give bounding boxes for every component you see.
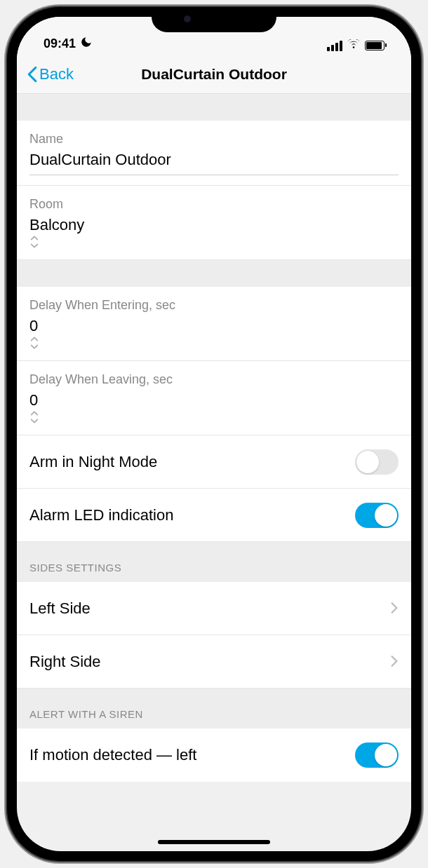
sides-section-header: SIDES SETTINGS xyxy=(17,542,411,582)
stepper-icon xyxy=(29,409,399,425)
alarm-led-toggle[interactable] xyxy=(355,503,399,528)
screen: 09:41 xyxy=(17,17,411,851)
room-picker[interactable]: Room Balcony xyxy=(17,186,411,260)
delay-entering-label: Delay When Entering, sec xyxy=(29,298,399,313)
page-title: DualCurtain Outdoor xyxy=(141,66,287,83)
name-value: DualCurtain Outdoor xyxy=(29,151,399,175)
back-label: Back xyxy=(39,65,74,83)
back-button[interactable]: Back xyxy=(27,65,74,83)
chevron-left-icon xyxy=(27,66,38,83)
stepper-icon xyxy=(29,234,399,250)
name-label: Name xyxy=(29,132,399,147)
delay-leaving-picker[interactable]: Delay When Leaving, sec 0 xyxy=(17,361,411,435)
content: Name DualCurtain Outdoor Room Balcony De… xyxy=(17,94,411,782)
right-side-label: Right Side xyxy=(29,653,101,671)
nav-header: Back DualCurtain Outdoor xyxy=(17,55,411,94)
delay-leaving-label: Delay When Leaving, sec xyxy=(29,372,399,387)
delay-leaving-value: 0 xyxy=(29,391,399,409)
home-indicator[interactable] xyxy=(158,840,270,844)
delay-entering-value: 0 xyxy=(29,317,399,335)
left-side-row[interactable]: Left Side xyxy=(17,582,411,635)
do-not-disturb-icon xyxy=(80,36,93,52)
alarm-led-row: Alarm LED indication xyxy=(17,489,411,542)
alert-section-header: ALERT WITH A SIREN xyxy=(17,689,411,728)
name-field[interactable]: Name DualCurtain Outdoor xyxy=(17,121,411,186)
motion-detected-left-row: If motion detected — left xyxy=(17,728,411,782)
right-side-row[interactable]: Right Side xyxy=(17,635,411,689)
room-label: Room xyxy=(29,197,399,212)
wifi-icon xyxy=(347,39,360,52)
arm-night-mode-label: Arm in Night Mode xyxy=(29,453,157,471)
arm-night-mode-row: Arm in Night Mode xyxy=(17,435,411,489)
status-time: 09:41 xyxy=(44,36,76,51)
phone-frame: 09:41 xyxy=(7,7,421,861)
alarm-led-label: Alarm LED indication xyxy=(29,506,173,524)
motion-detected-left-toggle[interactable] xyxy=(355,742,399,768)
delay-entering-picker[interactable]: Delay When Entering, sec 0 xyxy=(17,287,411,361)
cellular-signal-icon xyxy=(327,41,342,51)
chevron-right-icon xyxy=(390,597,399,619)
chevron-right-icon xyxy=(390,651,399,672)
stepper-icon xyxy=(29,335,399,351)
notch xyxy=(152,7,276,32)
motion-detected-left-label: If motion detected — left xyxy=(29,746,196,764)
battery-icon xyxy=(365,41,384,50)
arm-night-mode-toggle[interactable] xyxy=(355,449,399,475)
room-value: Balcony xyxy=(29,216,399,234)
left-side-label: Left Side xyxy=(29,599,91,618)
